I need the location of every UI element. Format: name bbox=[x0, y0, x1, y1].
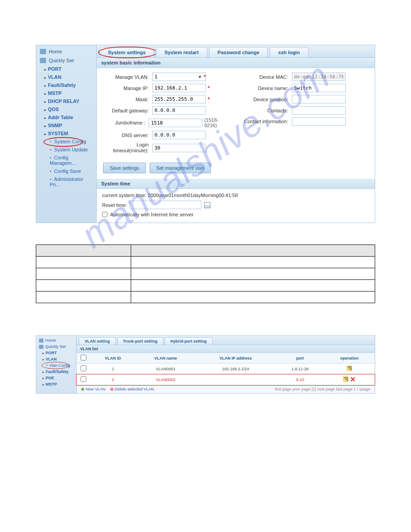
mask-label: Mask: bbox=[103, 97, 152, 102]
doc-cell bbox=[36, 292, 131, 303]
tab-hybrid-port[interactable]: Hybrid-port setting bbox=[165, 337, 213, 345]
home-row[interactable]: Home bbox=[36, 47, 96, 56]
quickly-label: Quickly Set bbox=[49, 58, 74, 63]
tab-system-restart[interactable]: System restart bbox=[156, 47, 207, 57]
dns-label: DNS server: bbox=[103, 133, 152, 138]
home-label2: Home bbox=[45, 338, 56, 343]
sidebar-sub-configsave[interactable]: Config Save bbox=[36, 167, 96, 175]
home-icon bbox=[39, 339, 43, 343]
vlan-row-highlighted: 2 VLAN0002 9-10 bbox=[77, 374, 375, 385]
new-vlan-link[interactable]: ⊕ New VLAN bbox=[81, 387, 106, 391]
doc-cell bbox=[36, 268, 131, 280]
sidebar2-item-faultsafety[interactable]: Fault/Safety bbox=[36, 369, 76, 375]
sidebar2-item-mstp[interactable]: MSTP bbox=[36, 381, 76, 387]
row-id: 1 bbox=[90, 364, 136, 374]
home-row2[interactable]: Home bbox=[36, 337, 76, 343]
reset-time-label: Reset time: bbox=[102, 202, 127, 208]
contactinfo-input[interactable] bbox=[292, 117, 346, 126]
sidebar-item-faultsafety[interactable]: Fault/Safety bbox=[36, 81, 96, 89]
vlan-list-title: VLAN list bbox=[77, 345, 375, 353]
tab-strip2: VLAN setting Trunk-port setting Hybrid-p… bbox=[77, 336, 375, 345]
home-label: Home bbox=[49, 49, 62, 54]
sidebar-item-vlan[interactable]: VLAN bbox=[36, 73, 96, 81]
reset-time-input[interactable] bbox=[130, 201, 201, 209]
sidebar-item-dhcp[interactable]: DHCP RELAY bbox=[36, 97, 96, 105]
dropdown-arrow-icon[interactable]: ▼ bbox=[198, 75, 202, 79]
mask-input[interactable] bbox=[152, 95, 206, 103]
main-panel: System settings System restart Password … bbox=[97, 45, 375, 223]
auto-time-checkbox[interactable] bbox=[102, 212, 107, 217]
row-name: VLAN0001 bbox=[136, 364, 195, 374]
timeout-input[interactable] bbox=[152, 144, 206, 152]
sidebar-sub-configmanage[interactable]: Config Managem... bbox=[36, 154, 96, 167]
quicklyset-row[interactable]: Quickly Set bbox=[36, 56, 96, 65]
tab-ssh-login[interactable]: ssh login bbox=[270, 47, 308, 57]
sidebar-item-system[interactable]: SYSTEM bbox=[36, 129, 96, 137]
sidebar-sub-adminpriv[interactable]: Administrator Pri... bbox=[36, 175, 96, 189]
sidebar2-sub-vlanconfig[interactable]: Vlan Config bbox=[36, 362, 76, 369]
form-left-col: Manage VLAN:▼* Manage IP:* Mask:* Defaul… bbox=[103, 73, 229, 156]
col-operation: operation bbox=[324, 353, 375, 364]
home-icon bbox=[40, 49, 46, 54]
panel-system-time-title: System time bbox=[97, 179, 375, 189]
dns-input[interactable] bbox=[152, 131, 206, 139]
devpos-input[interactable] bbox=[292, 95, 346, 103]
col-vlanname: VLAN name bbox=[136, 353, 195, 364]
doc-cell bbox=[36, 257, 131, 268]
edit-icon[interactable] bbox=[343, 377, 348, 382]
row-name: VLAN0002 bbox=[136, 374, 195, 385]
mac-label: Device MAC: bbox=[243, 74, 292, 80]
pager[interactable]: first page prev page [1] next page last … bbox=[275, 387, 370, 391]
jumboframe-input[interactable] bbox=[149, 119, 202, 127]
set-mgmt-vlan-button[interactable]: Set management vlan bbox=[150, 163, 211, 173]
vlan-table: VLAN ID VLAN name VLAN IP address port o… bbox=[77, 353, 375, 385]
req-marker: * bbox=[204, 74, 206, 80]
sidebar-item-port[interactable]: PORT bbox=[36, 65, 96, 73]
sidebar-sub-systemupdate[interactable]: System Update bbox=[36, 146, 96, 154]
quickly-icon bbox=[40, 58, 46, 63]
tab-password-change[interactable]: Password change bbox=[209, 47, 268, 57]
select-all-checkbox[interactable] bbox=[81, 355, 86, 360]
gateway-label: Default gateway: bbox=[103, 108, 152, 113]
main2: VLAN setting Trunk-port setting Hybrid-p… bbox=[77, 336, 375, 393]
sidebar-sub-systemconfig[interactable]: System Config bbox=[36, 137, 96, 146]
tab-strip: System settings System restart Password … bbox=[97, 45, 375, 58]
devname-label: Device name: bbox=[243, 86, 292, 91]
row-checkbox[interactable] bbox=[81, 365, 86, 371]
contacts-input[interactable] bbox=[292, 106, 346, 115]
jumboframe-label: Jumboframe : bbox=[103, 120, 149, 125]
delete-vlan-link[interactable]: ⊖ Delete selected VLAN bbox=[110, 387, 154, 391]
sidebar-item-snmp[interactable]: SNMP bbox=[36, 121, 96, 129]
row-checkbox[interactable] bbox=[81, 376, 86, 382]
quickly-row2[interactable]: Quickly Set bbox=[36, 343, 76, 350]
tab-vlan-setting[interactable]: VLAN setting bbox=[79, 337, 116, 345]
doc-cell bbox=[131, 292, 375, 303]
req-marker: * bbox=[208, 85, 210, 91]
curtime-label: current system time: bbox=[102, 193, 146, 198]
edit-icon[interactable] bbox=[347, 366, 352, 371]
minus-icon: ⊖ bbox=[110, 387, 114, 391]
sidebar-item-mstp[interactable]: MSTP bbox=[36, 89, 96, 97]
doc-table bbox=[36, 245, 375, 303]
manage-ip-label: Manage IP: bbox=[103, 86, 152, 91]
timeout-label: Login timeout(minute): bbox=[103, 142, 152, 154]
vlan-footer: ⊕ New VLAN ⊖ Delete selected VLAN first … bbox=[77, 385, 375, 393]
row-ip: 192.168.2.1/24 bbox=[196, 364, 276, 374]
system-config-screenshot: Home Quickly Set PORT VLAN Fault/Safety … bbox=[36, 45, 375, 223]
gateway-input[interactable] bbox=[152, 106, 206, 115]
save-settings-button[interactable]: Save settings bbox=[103, 163, 146, 173]
delete-icon[interactable] bbox=[350, 377, 355, 382]
curtime-value: 2000year01month01dayMorning00:41:58 bbox=[148, 193, 238, 198]
sidebar-item-qos[interactable]: QOS bbox=[36, 105, 96, 113]
manage-ip-input[interactable] bbox=[152, 84, 206, 92]
sidebar2-item-port[interactable]: PORT bbox=[36, 350, 76, 356]
tab-trunk-port[interactable]: Trunk-port setting bbox=[117, 337, 163, 345]
tab-system-settings[interactable]: System settings bbox=[99, 47, 154, 57]
sidebar2-item-vlan[interactable]: VLAN bbox=[36, 356, 76, 362]
devpos-label: Device position: bbox=[243, 97, 292, 102]
sidebar-item-addrtable[interactable]: Addr Table bbox=[36, 113, 96, 121]
devname-input[interactable] bbox=[292, 84, 346, 92]
manage-vlan-label: Manage VLAN: bbox=[103, 74, 152, 80]
sidebar2-item-poe[interactable]: POE bbox=[36, 375, 76, 381]
calendar-icon[interactable] bbox=[204, 202, 210, 208]
